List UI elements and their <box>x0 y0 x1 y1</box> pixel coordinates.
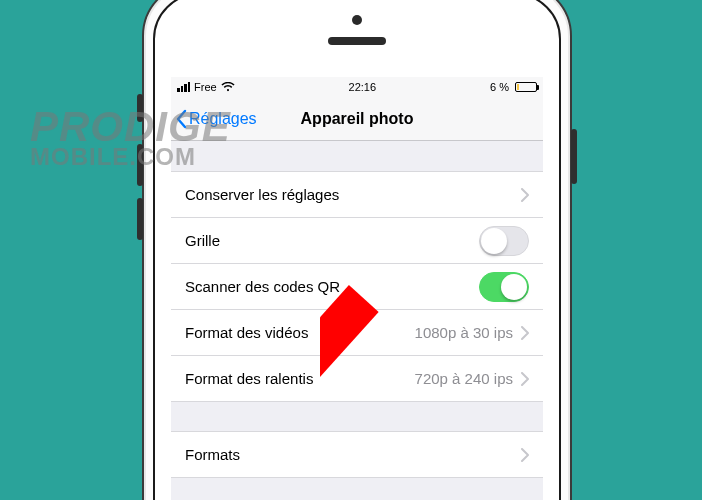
carrier-label: Free <box>194 81 217 93</box>
chevron-right-icon <box>521 326 529 340</box>
row-label: Scanner des codes QR <box>185 278 479 295</box>
grid-toggle[interactable] <box>479 226 529 256</box>
chevron-right-icon <box>521 372 529 386</box>
volume-up-button <box>137 144 143 186</box>
chevron-right-icon <box>521 448 529 462</box>
back-label: Réglages <box>189 110 257 128</box>
qr-toggle[interactable] <box>479 272 529 302</box>
row-label: Formats <box>185 446 521 463</box>
row-value: 720p à 240 ips <box>415 370 513 387</box>
chevron-right-icon <box>521 188 529 202</box>
clock: 22:16 <box>349 81 377 93</box>
row-formats[interactable]: Formats <box>171 432 543 478</box>
battery-icon <box>513 82 537 92</box>
row-scan-qr: Scanner des codes QR <box>171 264 543 310</box>
signal-icon <box>177 82 190 92</box>
status-bar: Free 22:16 6 % <box>171 77 543 97</box>
row-label: Format des vidéos <box>185 324 415 341</box>
section-gap <box>171 402 543 432</box>
status-left: Free <box>177 81 235 93</box>
row-preserve-settings[interactable]: Conserver les réglages <box>171 172 543 218</box>
wifi-icon <box>221 82 235 92</box>
phone-bezel: Free 22:16 6 % <box>153 0 561 500</box>
row-value: 1080p à 30 ips <box>415 324 513 341</box>
row-video-format[interactable]: Format des vidéos 1080p à 30 ips <box>171 310 543 356</box>
battery-percent: 6 % <box>490 81 509 93</box>
chevron-left-icon <box>175 109 187 129</box>
earpiece-speaker <box>328 37 386 45</box>
mute-switch <box>137 94 143 122</box>
row-slomo-format[interactable]: Format des ralentis 720p à 240 ips <box>171 356 543 402</box>
row-label: Conserver les réglages <box>185 186 521 203</box>
back-button[interactable]: Réglages <box>171 109 257 129</box>
nav-bar: Réglages Appareil photo <box>171 97 543 141</box>
camera-sensor <box>352 15 362 25</box>
settings-list: Conserver les réglages Grille Scanner de… <box>171 171 543 478</box>
power-button <box>571 129 577 184</box>
screen: Free 22:16 6 % <box>171 77 543 500</box>
row-grid: Grille <box>171 218 543 264</box>
phone-frame: Free 22:16 6 % <box>142 0 572 500</box>
volume-down-button <box>137 198 143 240</box>
row-label: Grille <box>185 232 479 249</box>
row-label: Format des ralentis <box>185 370 415 387</box>
status-right: 6 % <box>490 81 537 93</box>
